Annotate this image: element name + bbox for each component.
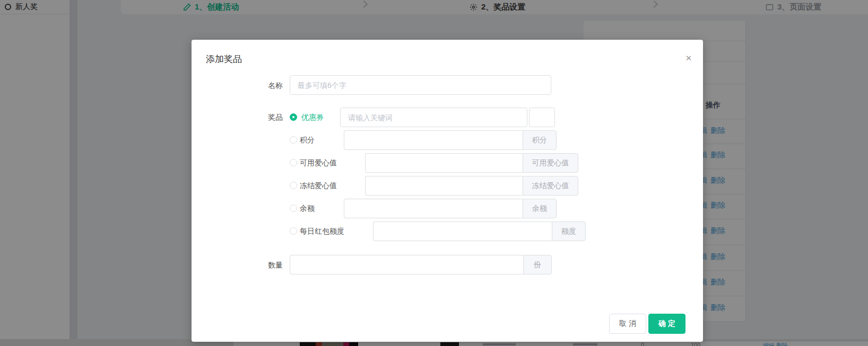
quantity-label: 数量 <box>224 261 283 270</box>
coupon-count-box[interactable] <box>529 108 555 127</box>
frozen-love-option-label[interactable]: 冻结爱心值 <box>300 181 337 191</box>
available-love-radio[interactable] <box>290 159 297 166</box>
screen: 新人奖 1、创建活动 2、奖品设置 <box>0 0 868 346</box>
frozen-love-input[interactable] <box>365 176 523 196</box>
coupon-option-label[interactable]: 优惠券 <box>301 113 324 122</box>
name-input[interactable] <box>290 75 551 95</box>
cancel-button[interactable]: 取 消 <box>609 314 646 334</box>
quantity-input[interactable] <box>290 255 523 274</box>
balance-option-label[interactable]: 余额 <box>300 204 315 214</box>
coupon-keyword-input[interactable] <box>340 108 527 127</box>
add-prize-modal: 添加奖品 ✕ 名称 奖品 优惠券 积分 积分 可用爱心值 可用爱心值 冻结爱心值… <box>192 40 703 342</box>
daily-redpacket-suffix: 额度 <box>552 221 586 241</box>
confirm-button[interactable]: 确 定 <box>648 314 685 334</box>
quantity-suffix: 份 <box>523 255 552 274</box>
daily-redpacket-radio[interactable] <box>290 227 297 235</box>
balance-radio[interactable] <box>290 205 297 212</box>
points-radio[interactable] <box>290 136 297 144</box>
prize-label: 奖品 <box>224 113 283 122</box>
available-love-suffix: 可用爱心值 <box>523 153 578 173</box>
daily-redpacket-input[interactable] <box>373 221 552 241</box>
frozen-love-radio[interactable] <box>290 182 297 189</box>
available-love-option-label[interactable]: 可用爱心值 <box>300 158 337 168</box>
name-label: 名称 <box>224 81 283 91</box>
balance-suffix: 余额 <box>523 199 557 218</box>
coupon-radio[interactable] <box>290 113 297 121</box>
close-icon[interactable]: ✕ <box>681 50 697 66</box>
available-love-input[interactable] <box>365 153 523 173</box>
daily-redpacket-option-label[interactable]: 每日红包额度 <box>300 227 344 236</box>
points-suffix: 积分 <box>523 130 557 150</box>
points-input[interactable] <box>344 130 523 150</box>
modal-title: 添加奖品 <box>206 53 242 65</box>
frozen-love-suffix: 冻结爱心值 <box>523 176 578 196</box>
balance-input[interactable] <box>344 199 523 218</box>
points-option-label[interactable]: 积分 <box>300 136 315 145</box>
